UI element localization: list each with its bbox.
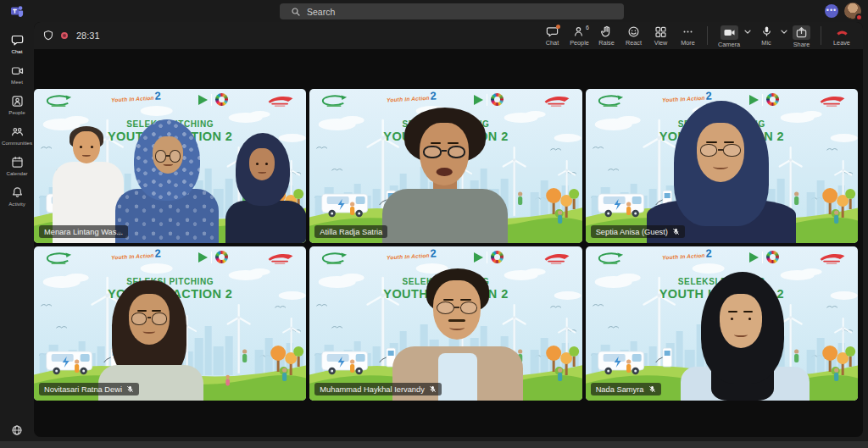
meeting-timer: 28:31 (76, 30, 100, 41)
red-flag-logo (542, 93, 572, 108)
profile-avatar[interactable] (844, 3, 861, 19)
chat-notification-badge (556, 25, 560, 29)
chat-button[interactable]: Chat (539, 23, 565, 47)
youth-in-action-logo: Youth In Action 2 (662, 91, 712, 102)
video-grid: Youth In Action 2 SELEKSI PITCHING YOUTH… (34, 89, 858, 401)
green-swoosh-logo (596, 251, 625, 266)
youth-in-action-logo: Youth In Action 2 (110, 91, 160, 102)
teams-app-window: Search ••• Chat Meet People (0, 0, 868, 448)
sidebar-item-meet[interactable]: Meet (0, 59, 34, 90)
green-swoosh-logo (596, 93, 625, 108)
red-flag-logo (817, 93, 848, 108)
partner-logos (474, 251, 504, 263)
mic-on-icon (760, 25, 773, 38)
toolbar-separator (707, 26, 708, 45)
window-bottom-strip (0, 441, 868, 448)
share-button[interactable]: Share (788, 23, 815, 48)
sdg-wheel-logo (215, 93, 228, 106)
react-button[interactable]: React (620, 23, 647, 47)
mic-button[interactable]: Mic (752, 23, 781, 47)
view-button[interactable]: View (648, 23, 674, 47)
video-tile[interactable]: Youth In Action 2 SELEKSI PITCHING YOUTH… (586, 246, 858, 401)
search-input[interactable]: Search (280, 3, 624, 19)
calendar-icon (11, 156, 24, 169)
red-flag-logo (542, 251, 572, 266)
presence-busy-indicator (855, 14, 863, 21)
mic-muted-icon (648, 385, 656, 393)
camera-options-chevron-icon[interactable] (744, 29, 751, 36)
people-button[interactable]: 6 People (566, 23, 593, 47)
partner-logos (198, 93, 228, 106)
leave-call-icon (836, 25, 849, 38)
activity-bell-icon (11, 186, 24, 199)
react-smiley-icon (627, 25, 640, 38)
sidebar-item-people[interactable]: People (0, 90, 34, 120)
teams-logo-icon (10, 4, 24, 18)
video-tile[interactable]: Youth In Action 2 SELEKSI PITCHING YOUTH… (309, 246, 581, 401)
mic-muted-icon (126, 385, 134, 393)
partner-logos (198, 251, 228, 263)
green-swoosh-logo (44, 93, 73, 108)
view-grid-icon (654, 25, 667, 38)
green-play-logo (198, 252, 208, 263)
raise-hand-icon (600, 25, 613, 38)
camera-button[interactable]: Camera (714, 23, 744, 48)
sidebar-item-calendar[interactable]: Calendar (0, 151, 34, 181)
sidebar-globe-button[interactable] (0, 424, 34, 436)
sidebar-item-communities[interactable]: Communities (0, 120, 34, 151)
title-bar: Search ••• (0, 0, 868, 22)
youth-in-action-logo: Youth In Action 2 (662, 249, 712, 260)
sdg-wheel-logo (491, 251, 504, 263)
shield-icon (42, 30, 54, 41)
youth-in-action-logo: Youth In Action 2 (387, 91, 437, 102)
participant-name-tag: Nada Samyra (591, 383, 661, 395)
search-icon (292, 8, 300, 16)
people-count: 6 (586, 25, 589, 30)
sdg-wheel-logo (491, 93, 504, 106)
background-logos: Youth In Action 2 (34, 93, 306, 108)
meet-camera-icon (11, 64, 24, 77)
people-card-icon (11, 95, 24, 108)
green-swoosh-logo (44, 251, 73, 266)
partner-logos (474, 93, 504, 106)
people-icon (573, 25, 586, 38)
more-ellipsis-icon (682, 25, 694, 38)
youth-in-action-logo: Youth In Action 2 (110, 249, 160, 260)
video-tile[interactable]: Youth In Action 2 SELEKSI PITCHING YOUTH… (34, 89, 306, 243)
red-flag-logo (265, 251, 296, 266)
mic-muted-icon (429, 385, 437, 393)
search-placeholder: Search (307, 7, 335, 17)
video-tile[interactable]: Youth In Action 2 SELEKSI PITCHING YOUTH… (586, 89, 858, 243)
green-play-logo (749, 95, 759, 105)
globe-icon (11, 424, 23, 436)
app-sidebar: Chat Meet People Communities Calendar Ac… (0, 22, 34, 448)
sidebar-item-chat[interactable]: Chat (0, 29, 34, 59)
communities-icon (11, 125, 24, 138)
green-play-logo (749, 252, 759, 263)
raise-hand-button[interactable]: Raise (593, 23, 620, 47)
mic-options-chevron-icon[interactable] (781, 29, 787, 36)
green-swoosh-logo (320, 251, 348, 266)
video-tile[interactable]: Youth In Action 2 SELEKSI PITCHING YOUTH… (34, 246, 306, 401)
sdg-wheel-logo (766, 251, 779, 263)
youth-in-action-logo: Youth In Action 2 (387, 249, 437, 260)
sidebar-item-activity[interactable]: Activity (0, 181, 34, 212)
green-play-logo (198, 95, 208, 105)
participant-name-tag: Novitasari Ratna Dewi (39, 383, 139, 395)
sdg-wheel-logo (215, 251, 228, 263)
more-options-button[interactable]: ••• (825, 4, 838, 18)
green-swoosh-logo (320, 93, 348, 108)
background-logos: Youth In Action 2 (309, 251, 581, 266)
camera-on-icon (723, 26, 736, 39)
share-screen-icon (795, 26, 808, 39)
background-logos: Youth In Action 2 (309, 93, 581, 108)
participant-name-tag: Atilla Radja Satria (314, 225, 387, 238)
toolbar-separator (821, 26, 821, 45)
leave-button[interactable]: Leave (827, 23, 856, 47)
background-logos: Youth In Action 2 (34, 251, 306, 266)
recording-indicator-icon (61, 32, 68, 39)
red-flag-logo (265, 93, 296, 108)
more-button[interactable]: More (675, 23, 701, 47)
video-tile[interactable]: Youth In Action 2 SELEKSI PITCHING YOUTH… (309, 89, 581, 243)
meeting-window: 28:31 Chat 6 People Raise (34, 22, 863, 437)
